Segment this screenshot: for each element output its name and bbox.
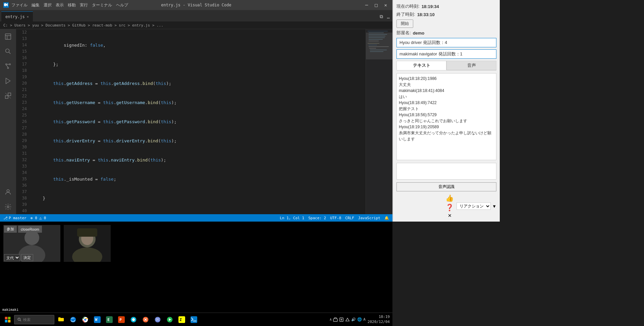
chat-message-2: 大丈夫 [399, 82, 494, 88]
taskbar-search-box[interactable] [14, 315, 54, 324]
code-content: 1213141516 1718192021 2223242526 2728293… [16, 29, 392, 214]
video-thumbnail-2: makimaki [64, 225, 111, 262]
main-layout: ファイル 編集 選択 表示 移動 実行 ターミナル ヘルプ entry.js -… [0, 0, 644, 326]
taskbar-app6[interactable]: P [116, 314, 127, 325]
taskbar-app8[interactable] [140, 314, 151, 325]
activity-extensions[interactable] [3, 91, 13, 100]
chat-message-6: 把握テスト [399, 106, 494, 112]
indentation[interactable]: Space: 2 [308, 216, 326, 220]
join-button[interactable]: 参加 [4, 226, 17, 233]
line-ending[interactable]: CRLF [345, 216, 354, 220]
taskbar: W E P DC [0, 313, 392, 326]
close-button[interactable]: ✕ [382, 2, 389, 8]
minimize-button[interactable]: ─ [363, 2, 370, 8]
menu-selection[interactable]: 選択 [44, 2, 52, 8]
notifications-icon[interactable]: 🔔 [384, 216, 389, 220]
activity-settings[interactable] [3, 202, 13, 212]
maximize-button[interactable]: □ [373, 2, 379, 8]
activity-debug[interactable] [3, 76, 13, 86]
svg-rect-11 [5, 96, 8, 98]
error-count[interactable]: ⊗ 0 △ 0 [31, 216, 46, 220]
breadcrumb-path: C: > Users > yuu > Documents > GitHub > … [3, 23, 163, 28]
svg-rect-20 [369, 39, 383, 40]
taskbar-app5[interactable]: E [104, 314, 115, 325]
encoding[interactable]: UTF-8 [330, 216, 341, 220]
taskbar-app7[interactable] [128, 314, 139, 325]
end-time-label: 終了時刻: [396, 11, 415, 17]
thumbs-up-emoji[interactable]: 👍 [445, 194, 454, 202]
tab-text[interactable]: テキスト [396, 61, 446, 70]
clock-date: 2020/12/04 [368, 320, 390, 324]
svg-rect-0 [5, 34, 11, 40]
start-button[interactable] [3, 315, 13, 325]
system-tray: ∧ 🔊 🌐 A [330, 317, 366, 322]
menu-help[interactable]: ヘルプ [116, 2, 128, 8]
menu-go[interactable]: 移動 [68, 2, 76, 8]
tab-voice[interactable]: 音声 [446, 61, 496, 70]
svg-point-6 [9, 64, 11, 65]
voice-recognition-button[interactable]: 音声認識 [396, 182, 496, 191]
current-time-label: 現在の時刻: [396, 3, 420, 9]
start-button[interactable]: 開始 [396, 19, 413, 28]
taskbar-app10[interactable] [164, 314, 175, 325]
svg-text:Z: Z [179, 318, 182, 322]
tab-close-icon[interactable]: ✕ [27, 15, 29, 18]
minimap[interactable] [366, 29, 392, 214]
activity-source-control[interactable] [3, 61, 13, 71]
title-bar: ファイル 編集 選択 表示 移動 実行 ターミナル ヘルプ entry.js -… [0, 0, 392, 10]
more-actions-icon[interactable]: … [386, 13, 391, 20]
svg-point-14 [7, 206, 9, 208]
svg-point-7 [7, 67, 9, 69]
language-mode[interactable]: JavaScript [358, 216, 380, 220]
chat-input-field[interactable] [396, 163, 496, 180]
code-lines[interactable]: signedIn: false, }; this.getAddress = th… [30, 29, 366, 214]
clock-time: 18:19 [368, 315, 390, 319]
activity-account[interactable] [3, 187, 13, 197]
taskbar-app11[interactable]: Z [176, 314, 187, 325]
reaction-dropdown[interactable]: リアクション [457, 202, 491, 210]
decide-button[interactable]: 決定 [21, 254, 33, 261]
activity-search[interactable] [3, 47, 13, 56]
svg-text:DC: DC [156, 318, 160, 321]
taskbar-chrome[interactable] [80, 314, 91, 325]
taskbar-search-input[interactable] [23, 318, 50, 322]
svg-text:E: E [107, 318, 110, 322]
room-name-value: demo [413, 31, 425, 36]
menu-edit[interactable]: 編集 [32, 2, 40, 8]
editor-tab[interactable]: entry.js ✕ [1, 11, 33, 21]
end-time-row: 終了時刻: 18:33:10 [396, 11, 496, 17]
cursor-position[interactable]: Ln 1, Col 1 [280, 216, 304, 220]
type-select[interactable]: 文代 [4, 254, 20, 261]
bottom-video-area: Hyou 参加 closeRoom 文代 決定 [0, 222, 392, 313]
split-editor-icon[interactable]: ⧉ [378, 13, 384, 20]
taskbar-vscode[interactable] [189, 314, 199, 325]
git-branch[interactable]: ⎇ P master [3, 216, 26, 220]
vscode-window: ファイル 編集 選択 表示 移動 実行 ターミナル ヘルプ entry.js -… [0, 0, 392, 222]
menu-run[interactable]: 実行 [80, 2, 88, 8]
activity-explorer[interactable] [3, 32, 13, 41]
close-emoji[interactable]: ✕ [448, 213, 452, 218]
breadcrumb: C: > Users > yuu > Documents > GitHub > … [0, 22, 392, 29]
taskbar-edge[interactable] [68, 314, 78, 325]
taskbar-file-explorer[interactable] [56, 314, 66, 325]
taskbar-app4[interactable]: W [92, 314, 103, 325]
svg-point-13 [7, 190, 9, 192]
close-room-button[interactable]: closeRoom [18, 226, 42, 233]
chat-message-4: はい [399, 94, 494, 100]
speaker-icon: 🔊 [351, 317, 356, 322]
speaker1-box: Hyou driver 発話回数：4 [396, 38, 496, 47]
menu-terminal[interactable]: ターミナル [92, 2, 112, 8]
status-bar: ⎇ P master ⊗ 0 △ 0 Ln 1, Col 1 Space: 2 … [0, 214, 392, 222]
svg-text:P: P [119, 318, 122, 322]
svg-rect-27 [370, 51, 383, 52]
menu-view[interactable]: 表示 [56, 2, 64, 8]
svg-rect-36 [5, 317, 8, 319]
chat-message-1: Hyou(18:18:20):1986 [399, 76, 494, 82]
taskbar-app9[interactable]: DC [152, 314, 163, 325]
git-branch-icon: ⎇ [3, 216, 8, 220]
status-bar-left: ⎇ P master ⊗ 0 △ 0 [3, 216, 46, 220]
question-emoji[interactable]: ❓ [445, 203, 454, 212]
code-editor[interactable]: 1213141516 1718192021 2223242526 2728293… [16, 29, 392, 214]
end-time-value: 18:33:10 [417, 12, 435, 17]
menu-file[interactable]: ファイル [11, 2, 28, 8]
